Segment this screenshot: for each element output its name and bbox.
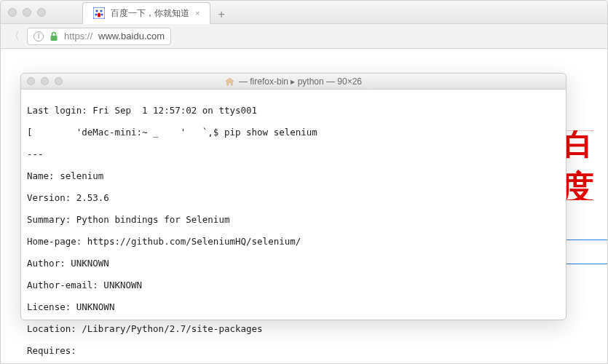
new-tab-button[interactable]: + [210, 5, 232, 24]
svg-point-2 [100, 9, 102, 12]
terminal-traffic-lights [27, 77, 63, 85]
browser-tab-active[interactable]: 百度一下，你就知道 × [82, 2, 210, 24]
terminal-body[interactable]: Last login: Fri Sep 1 12:57:02 on ttys00… [21, 90, 566, 364]
svg-point-1 [95, 9, 98, 12]
svg-rect-5 [51, 36, 58, 41]
terminal-title-text: — firefox-bin ▸ python — 90×26 [239, 76, 362, 87]
page-info-icon[interactable]: i [33, 31, 44, 41]
terminal-close-light[interactable] [27, 77, 35, 85]
terminal-zoom-light[interactable] [55, 77, 63, 85]
browser-tab-title: 百度一下，你就知道 [111, 7, 189, 20]
tab-close-icon[interactable]: × [195, 9, 200, 17]
baidu-search-input-partial[interactable] [564, 240, 607, 264]
svg-point-4 [100, 13, 103, 15]
zoom-light[interactable] [37, 8, 46, 17]
terminal-window: — firefox-bin ▸ python — 90×26 Last logi… [20, 73, 566, 320]
url-host: www.baidu.com [98, 31, 165, 41]
terminal-line: Requires: [27, 345, 560, 356]
terminal-line: Author: UNKNOWN [27, 258, 560, 269]
terminal-line: Summary: Python bindings for Selenium [27, 214, 560, 225]
browser-address-bar: 〈 i https://www.baidu.com [1, 24, 607, 49]
terminal-line: Author-email: UNKNOWN [27, 280, 560, 290]
terminal-line: --- [27, 149, 560, 159]
terminal-line: Version: 2.53.6 [27, 192, 560, 203]
back-button[interactable]: 〈 [9, 30, 20, 43]
lock-icon [50, 31, 58, 41]
terminal-line: Home-page: https://github.com/SeleniumHQ… [27, 236, 560, 247]
url-scheme: https:// [64, 31, 92, 41]
terminal-title: — firefox-bin ▸ python — 90×26 [21, 76, 566, 87]
terminal-line: License: UNKNOWN [27, 301, 560, 312]
url-field[interactable]: i https://www.baidu.com [27, 28, 171, 45]
browser-titlebar: 百度一下，你就知道 × + [1, 1, 607, 24]
terminal-line: [ 'deMac-mini:~ _ ' `,$ pip show seleniu… [27, 127, 560, 138]
terminal-line: Name: selenium [27, 170, 560, 181]
terminal-minimize-light[interactable] [41, 77, 49, 85]
close-light[interactable] [8, 8, 17, 17]
browser-traffic-lights [8, 8, 46, 17]
home-icon [225, 77, 234, 86]
terminal-line: Last login: Fri Sep 1 12:57:02 on ttys00… [27, 105, 560, 116]
baidu-favicon-icon [93, 7, 105, 19]
browser-tabs: 百度一下，你就知道 × + [82, 1, 232, 24]
svg-point-3 [95, 13, 97, 15]
terminal-line: Location: /Library/Python/2.7/site-packa… [27, 323, 560, 334]
minimize-light[interactable] [23, 8, 31, 17]
terminal-titlebar: — firefox-bin ▸ python — 90×26 [21, 74, 566, 90]
baidu-logo-text: 百度 [561, 130, 607, 200]
